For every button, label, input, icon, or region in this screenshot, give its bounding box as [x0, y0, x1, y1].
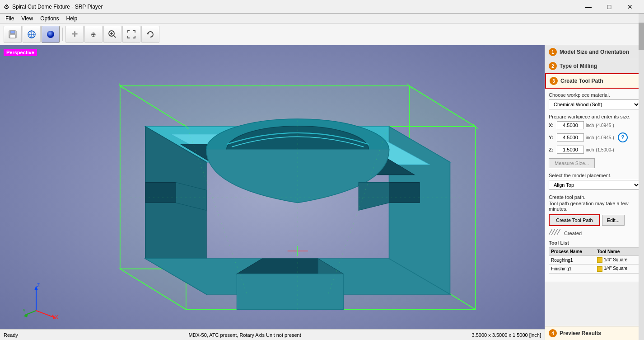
- scrollbar-track[interactable]: [639, 45, 644, 340]
- status-ready: Ready: [4, 332, 18, 338]
- y-label: Y:: [549, 135, 555, 140]
- col-tool-name: Tool Name: [595, 248, 640, 256]
- step-3-number: 3: [550, 77, 558, 85]
- svg-marker-31: [389, 183, 420, 203]
- x-input[interactable]: [557, 121, 584, 129]
- move-button[interactable]: ✛: [65, 26, 84, 43]
- svg-point-7: [47, 31, 54, 38]
- edit-button[interactable]: Edit...: [602, 215, 625, 226]
- step-2-number: 2: [549, 62, 557, 70]
- save-button[interactable]: [4, 26, 22, 43]
- step-1-label: Model Size and Orientation: [560, 49, 629, 55]
- z-row: Z: inch (1.5000-): [549, 146, 640, 154]
- table-row: Roughing1 1/4" Square: [549, 256, 640, 264]
- create-label: Create tool path.: [549, 194, 640, 200]
- process-roughing1: Roughing1: [549, 256, 595, 264]
- created-row: Created: [549, 229, 640, 237]
- step-3-create-tool-path[interactable]: 3 Create Tool Path: [545, 73, 644, 89]
- menu-view[interactable]: View: [18, 14, 37, 23]
- y-input[interactable]: [557, 133, 584, 142]
- 3d-model: [0, 45, 545, 340]
- material-dropdown[interactable]: Chemical Wood (Soft) Chemical Wood (Hard…: [549, 99, 640, 109]
- main-layout: Perspective: [0, 45, 644, 340]
- svg-rect-2: [10, 35, 15, 38]
- svg-line-49: [36, 311, 54, 317]
- right-panel: 1 Model Size and Orientation 2 Type of M…: [545, 45, 644, 340]
- app-icon: ⚙: [4, 3, 9, 10]
- menu-options[interactable]: Options: [37, 14, 62, 23]
- z-unit: inch: [586, 147, 594, 152]
- tool-roughing1: 1/4" Square: [595, 256, 640, 264]
- panel-content: Choose workpiece material. Chemical Wood…: [545, 89, 644, 282]
- tool-icon-roughing: [597, 257, 602, 263]
- placement-label: Select the model placement.: [549, 173, 640, 178]
- x-label: X:: [549, 123, 555, 128]
- svg-marker-32: [359, 183, 389, 211]
- globe-button[interactable]: [23, 26, 41, 43]
- tool-finishing1: 1/4" Square: [595, 264, 640, 273]
- y-row: Y: inch (4.0945-) ?: [549, 132, 640, 142]
- close-button[interactable]: ✕: [620, 0, 640, 14]
- svg-text:⊕: ⊕: [91, 31, 96, 38]
- material-section: Choose workpiece material. Chemical Wood…: [549, 92, 640, 109]
- maximize-button[interactable]: □: [599, 0, 620, 14]
- tool-list-section: Tool List Process Name Tool Name Roughin…: [549, 240, 640, 274]
- menu-bar: File View Options Help: [0, 14, 644, 24]
- tool-icon-finishing: [597, 266, 602, 272]
- svg-rect-1: [10, 31, 15, 33]
- process-finishing1: Finishing1: [549, 264, 595, 273]
- x-range: (4.0945-): [596, 123, 614, 128]
- separator-1: [62, 28, 63, 41]
- zoom-button[interactable]: [103, 26, 121, 43]
- status-bar: Ready MDX-50, ATC present, Rotary Axis U…: [0, 329, 545, 340]
- created-icon: [549, 229, 561, 237]
- step-2-milling[interactable]: 2 Type of Milling: [545, 59, 644, 73]
- step-4-preview-results[interactable]: 4 Preview Results: [545, 326, 644, 340]
- status-machine: MDX-50, ATC present, Rotary Axis Unit no…: [189, 332, 301, 338]
- y-unit: inch: [586, 135, 594, 140]
- svg-text:✛: ✛: [72, 30, 78, 38]
- toolbar: ✛ ⊕: [0, 24, 644, 45]
- tool-list-header: Tool List: [549, 240, 640, 246]
- title-bar: ⚙ Spiral Cut Dome Fixture - SRP Player —…: [0, 0, 644, 14]
- menu-help[interactable]: Help: [63, 14, 81, 23]
- step-4-number: 4: [549, 329, 557, 337]
- z-range: (1.5000-): [596, 147, 614, 152]
- fit-button[interactable]: [122, 26, 140, 43]
- y-range: (4.0945-): [596, 135, 614, 140]
- z-label: Z:: [549, 147, 555, 152]
- svg-marker-29: [145, 183, 176, 203]
- created-text: Created: [564, 231, 582, 236]
- table-row: Finishing1 1/4" Square: [549, 264, 640, 273]
- menu-file[interactable]: File: [2, 14, 18, 23]
- create-note: Tool path generation may take a few minu…: [549, 201, 640, 212]
- titlebar-left: ⚙ Spiral Cut Dome Fixture - SRP Player: [4, 3, 103, 10]
- svg-text:Z: Z: [37, 283, 40, 288]
- step-4-label: Preview Results: [560, 330, 601, 336]
- minimize-button[interactable]: —: [578, 0, 599, 14]
- create-section: Create tool path. Tool path generation m…: [549, 194, 640, 237]
- col-process-name: Process Name: [549, 248, 595, 256]
- rotate-button[interactable]: [141, 26, 159, 43]
- create-tool-path-button[interactable]: Create Tool Path: [549, 214, 600, 226]
- step-1-model-size[interactable]: 1 Model Size and Orientation: [545, 45, 644, 59]
- placement-dropdown[interactable]: Align Top Align Bottom Center: [549, 180, 640, 190]
- step-1-number: 1: [549, 48, 557, 56]
- sphere-button[interactable]: [42, 26, 60, 43]
- material-label: Choose workpiece material.: [549, 92, 640, 98]
- pan-button[interactable]: ⊕: [84, 26, 103, 43]
- z-input[interactable]: [557, 146, 584, 154]
- axes-indicator: Z X Y: [23, 283, 59, 320]
- svg-line-11: [113, 35, 116, 38]
- viewport[interactable]: Perspective: [0, 45, 545, 340]
- x-unit: inch: [586, 123, 594, 128]
- measure-size-button[interactable]: Measure Size...: [549, 158, 595, 168]
- tool-table: Process Name Tool Name Roughing1 1/4" Sq…: [549, 247, 640, 274]
- step-3-label: Create Tool Path: [560, 78, 603, 84]
- help-button[interactable]: ?: [618, 132, 628, 142]
- scrollbar-thumb[interactable]: [639, 45, 644, 50]
- svg-text:Y: Y: [23, 308, 26, 313]
- x-row: X: inch (4.0945-): [549, 121, 640, 129]
- step-2-label: Type of Milling: [560, 63, 597, 69]
- status-dimensions: 3.5000 x 3.5000 x 1.5000 [inch]: [471, 332, 541, 338]
